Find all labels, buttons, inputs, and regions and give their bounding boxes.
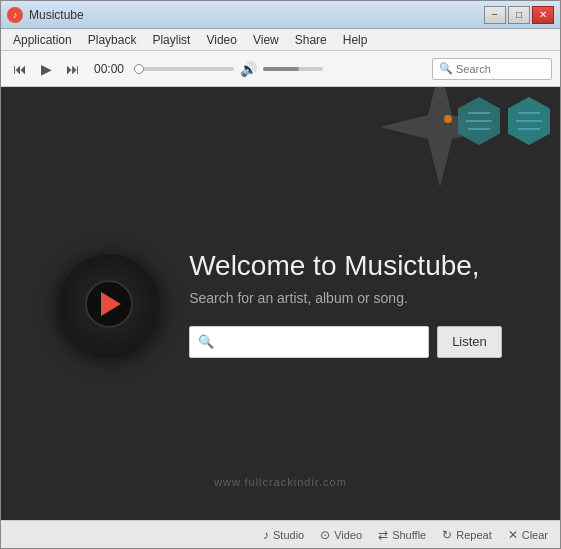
video-label: Video	[334, 529, 362, 541]
main-search-row: 🔍 Listen	[189, 326, 502, 358]
shuffle-item[interactable]: ⇄ Shuffle	[378, 528, 426, 542]
window-title: Musictube	[29, 8, 84, 22]
app-icon: ♪	[7, 7, 23, 23]
listen-button[interactable]: Listen	[437, 326, 502, 358]
volume-icon: 🔊	[240, 61, 257, 77]
menu-video[interactable]: Video	[198, 31, 244, 49]
repeat-icon: ↻	[442, 528, 452, 542]
menu-help[interactable]: Help	[335, 31, 376, 49]
progress-bar[interactable]	[134, 67, 234, 71]
toolbar-search-box[interactable]: 🔍	[432, 58, 552, 80]
studio-item[interactable]: ♪ Studio	[263, 528, 304, 542]
app-window: ♪ Musictube − □ ✕ Application Playback P…	[0, 0, 561, 549]
volume-fill	[263, 67, 299, 71]
toolbar-search-icon: 🔍	[439, 62, 453, 75]
welcome-subtitle: Search for an artist, album or song.	[189, 290, 502, 306]
menu-view[interactable]: View	[245, 31, 287, 49]
menu-playback[interactable]: Playback	[80, 31, 145, 49]
welcome-title: Welcome to Musictube,	[189, 250, 502, 282]
play-icon-large	[101, 292, 121, 316]
menu-bar: Application Playback Playlist Video View…	[1, 29, 560, 51]
repeat-label: Repeat	[456, 529, 491, 541]
play-button[interactable]: ▶	[37, 59, 56, 79]
title-bar: ♪ Musictube − □ ✕	[1, 1, 560, 29]
toolbar: ⏮ ▶ ⏭ 00:00 🔊 🔍	[1, 51, 560, 87]
welcome-text-block: Welcome to Musictube, Search for an arti…	[189, 250, 502, 358]
vinyl-disc	[59, 254, 159, 354]
vinyl-inner	[85, 280, 133, 328]
menu-playlist[interactable]: Playlist	[144, 31, 198, 49]
time-display: 00:00	[90, 62, 128, 76]
rewind-button[interactable]: ⏮	[9, 59, 31, 79]
main-search-box[interactable]: 🔍	[189, 326, 429, 358]
studio-label: Studio	[273, 529, 304, 541]
clear-label: Clear	[522, 529, 548, 541]
volume-bar[interactable]	[263, 67, 323, 71]
window-controls: − □ ✕	[484, 6, 554, 24]
clear-item[interactable]: ✕ Clear	[508, 528, 548, 542]
studio-icon: ♪	[263, 528, 269, 542]
forward-button[interactable]: ⏭	[62, 59, 84, 79]
repeat-item[interactable]: ↻ Repeat	[442, 528, 491, 542]
video-icon: ⊙	[320, 528, 330, 542]
video-item[interactable]: ⊙ Video	[320, 528, 362, 542]
shuffle-icon: ⇄	[378, 528, 388, 542]
hex-container	[436, 87, 560, 155]
main-search-icon: 🔍	[198, 334, 214, 349]
toolbar-search-input[interactable]	[456, 63, 546, 75]
main-content: Welcome to Musictube, Search for an arti…	[1, 87, 560, 520]
hexagon-2	[506, 95, 552, 147]
menu-application[interactable]: Application	[5, 31, 80, 49]
minimize-button[interactable]: −	[484, 6, 506, 24]
clear-icon: ✕	[508, 528, 518, 542]
welcome-inner: Welcome to Musictube, Search for an arti…	[59, 250, 502, 358]
shuffle-label: Shuffle	[392, 529, 426, 541]
main-search-input[interactable]	[219, 334, 420, 349]
maximize-button[interactable]: □	[508, 6, 530, 24]
watermark: www.fullcrackindir.com	[214, 476, 347, 488]
hexagon-1	[456, 95, 502, 147]
menu-share[interactable]: Share	[287, 31, 335, 49]
bottom-bar: ♪ Studio ⊙ Video ⇄ Shuffle ↻ Repeat ✕ Cl…	[1, 520, 560, 548]
close-button[interactable]: ✕	[532, 6, 554, 24]
progress-thumb	[134, 64, 144, 74]
title-bar-left: ♪ Musictube	[7, 7, 84, 23]
hex-dot	[444, 115, 452, 123]
